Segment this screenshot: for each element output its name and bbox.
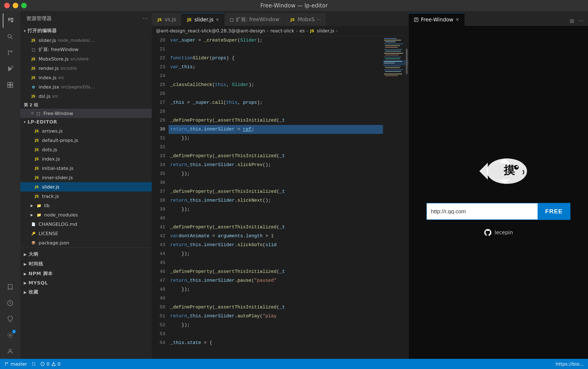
fw-tab-close-icon[interactable]: ✕ xyxy=(456,17,459,22)
fw-free-button[interactable]: FREE xyxy=(537,203,570,220)
list-item[interactable]: JS arrows.js xyxy=(20,126,152,135)
list-item[interactable]: JS render.js src/utils xyxy=(20,63,152,73)
list-item[interactable]: JS index.js src xyxy=(20,73,152,82)
open-editors-header[interactable]: ▾ 打开的编辑器 xyxy=(20,26,152,36)
code-line: }); xyxy=(169,169,383,178)
fw-github-link[interactable]: lecepin xyxy=(484,228,513,237)
sidebar-tab-more[interactable]: ··· xyxy=(142,15,148,22)
list-item[interactable]: JS inner-slider.js xyxy=(20,173,152,182)
status-right: https://bio... xyxy=(556,361,584,367)
breadcrumb-js-icon: JS xyxy=(310,29,314,33)
activity-search[interactable] xyxy=(3,29,18,44)
code-line: }); xyxy=(169,205,383,214)
list-item[interactable]: JS index.js xyxy=(20,154,152,164)
sidebar-tab-explorer[interactable]: 资源管理器 xyxy=(20,11,58,26)
list-item[interactable]: □ 扩展: freeWindow xyxy=(20,45,152,54)
status-sync[interactable] xyxy=(31,362,36,366)
svg-rect-28 xyxy=(384,63,395,63)
svg-rect-23 xyxy=(385,55,399,55)
main-layout: 1 资源管理器 ··· ▾ 打开的编辑器 JS slider.js node_m… xyxy=(0,11,588,359)
activity-source-control[interactable] xyxy=(3,45,18,60)
tab-mobxs[interactable]: JS MobxS ··· xyxy=(285,13,326,26)
list-item[interactable]: 🔑 LICENSE xyxy=(20,229,152,238)
tab-freewindow[interactable]: □ 扩展: freeWindow xyxy=(224,13,285,26)
list-item[interactable]: JS default-props.js xyxy=(20,135,152,145)
status-errors[interactable]: 0 0 xyxy=(40,361,61,367)
activity-timeline[interactable] xyxy=(3,296,18,310)
close-icon[interactable]: ✕ xyxy=(30,111,34,116)
activity-favorites[interactable] xyxy=(3,312,18,327)
fw-tab-bar: Free-Window ✕ ⊞ ··· xyxy=(409,11,588,26)
svg-rect-7 xyxy=(10,82,13,85)
status-bar: master 0 0 https://bio... xyxy=(0,359,588,369)
list-item[interactable]: JS slider.js node_modules/... xyxy=(20,36,152,45)
split-editor-icon[interactable]: ⊞ xyxy=(569,18,574,24)
code-line: }); xyxy=(169,134,383,143)
tab-more-icon[interactable]: ··· xyxy=(317,17,321,22)
fw-tab-active[interactable]: Free-Window ✕ xyxy=(409,13,465,26)
js-file-icon: JS xyxy=(30,37,36,43)
code-line: return _this.innerSlider.slickPrev(); xyxy=(169,161,383,169)
list-item[interactable]: JS MobxStore.js src/store xyxy=(20,54,152,63)
svg-rect-31 xyxy=(384,70,403,70)
minimap-svg xyxy=(383,36,408,205)
outline-header[interactable]: ▶ 大纲 xyxy=(20,249,152,259)
close-button[interactable] xyxy=(4,3,10,8)
list-item[interactable]: ✕ □ Free-Window xyxy=(20,109,152,118)
list-item[interactable]: 📦 package.json xyxy=(20,238,152,247)
minimize-button[interactable] xyxy=(13,3,18,8)
code-line xyxy=(169,258,383,267)
svg-point-43 xyxy=(5,365,6,366)
maximize-button[interactable] xyxy=(21,3,27,8)
js-file-icon: JS xyxy=(34,174,40,181)
activity-settings[interactable]: 1 xyxy=(3,328,18,343)
lp-editor-arrow: ▾ xyxy=(24,120,26,124)
list-item[interactable]: JS initial-state.js xyxy=(20,164,152,173)
js-file-icon: JS xyxy=(30,65,36,71)
code-line: return _this.innerSlider.pause("paused" xyxy=(169,276,383,285)
code-line: _defineProperty(_assertThisInitialized(_… xyxy=(169,303,383,312)
fw-url-input[interactable] xyxy=(426,203,537,220)
license-icon: 🔑 xyxy=(30,230,36,236)
activity-account[interactable] xyxy=(3,344,18,359)
code-line: return _this.innerSlider.slickNext(); xyxy=(169,196,383,205)
list-item[interactable]: JS dsl.js src xyxy=(20,92,152,101)
code-line xyxy=(169,330,383,338)
svg-rect-29 xyxy=(384,66,401,66)
list-item-folder-node-modules[interactable]: ▶ 📁 node_modules xyxy=(20,210,152,219)
list-item-selected[interactable]: JS slider.js xyxy=(20,182,152,192)
code-content[interactable]: var _super = _createSuper(Slider); funct… xyxy=(169,36,383,359)
npm-scripts-header[interactable]: ▶ NPM 脚本 xyxy=(20,269,152,278)
list-item-folder-lib[interactable]: ▶ 📁 lib xyxy=(20,201,152,210)
timeline-header[interactable]: ▶ 时间线 xyxy=(20,259,152,269)
fw-tab-icon xyxy=(414,17,419,22)
activity-bookmarks[interactable] xyxy=(3,280,18,294)
status-branch[interactable]: master xyxy=(4,361,27,367)
tab-vs-js[interactable]: JS vs.js xyxy=(152,13,181,26)
activity-explorer[interactable] xyxy=(3,13,18,28)
favorites-header[interactable]: ▶ 收藏 xyxy=(20,287,152,297)
list-item[interactable]: ✿ index.jsx src/pages/DSL... xyxy=(20,82,152,92)
tab-close-icon[interactable]: ✕ xyxy=(216,17,219,22)
svg-rect-22 xyxy=(384,53,403,54)
activity-run[interactable] xyxy=(3,62,18,76)
activity-extensions[interactable] xyxy=(3,78,18,92)
tab-slider-js[interactable]: JS slider.js ✕ xyxy=(181,13,224,26)
code-line: _classCallCheck(this, Slider); xyxy=(169,81,383,89)
lp-editor-header[interactable]: ▾ LP-EDITOR xyxy=(20,118,152,126)
code-line xyxy=(169,107,383,116)
list-item[interactable]: 📄 CHANGELOG.md xyxy=(20,219,152,229)
package-icon: 📦 xyxy=(30,240,36,246)
code-line xyxy=(169,45,383,54)
code-line: return _this.innerSlider.autoPlay("play xyxy=(169,312,383,321)
list-item[interactable]: JS dots.js xyxy=(20,145,152,154)
branch-icon xyxy=(4,362,9,366)
svg-point-4 xyxy=(8,54,9,55)
code-line: _this = _super.call(this, props); xyxy=(169,98,383,107)
more-actions-icon[interactable]: ··· xyxy=(578,18,584,24)
code-line-highlighted: return _this.innerSlider = ref; xyxy=(169,125,383,134)
list-item[interactable]: JS track.js xyxy=(20,192,152,201)
fw-tab-actions: ⊞ ··· xyxy=(569,18,588,26)
code-line: }); xyxy=(169,285,383,294)
mysql-header[interactable]: ▶ MYSQL xyxy=(20,278,152,287)
